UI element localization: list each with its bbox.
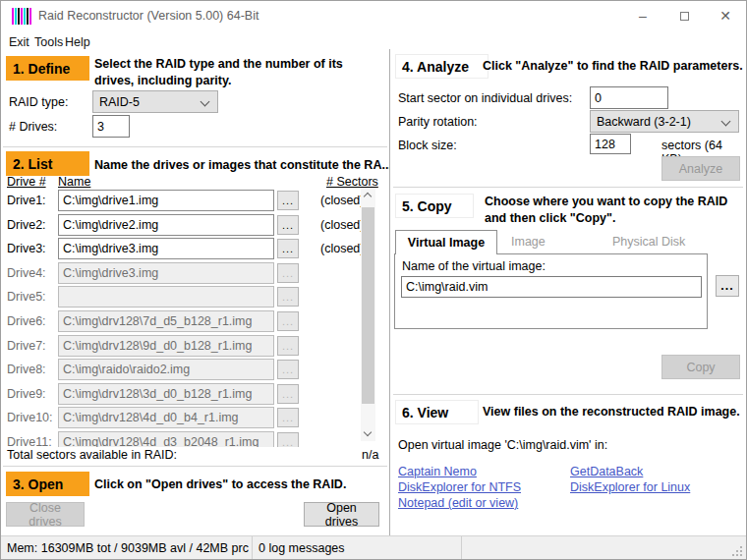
divider <box>3 466 387 467</box>
maximize-icon <box>680 12 689 21</box>
drive-row: Drive5: ... <box>1 286 387 308</box>
section-copy-header: 5. Copy <box>395 194 474 218</box>
browse-button[interactable]: ... <box>277 263 299 283</box>
parity-rotation-label: Parity rotation: <box>398 115 478 129</box>
analyze-description: Click "Analyze" to find the RAID paramet… <box>483 58 746 75</box>
drive-label: Drive3: <box>7 242 46 255</box>
block-size-label: Block size: <box>398 139 457 152</box>
drive-row: Drive9: C:\img\drv128\3d_d0_b128_r1.img … <box>1 383 387 406</box>
drive-row: Drive1: C:\img\drive1.img ... (closed) <box>1 190 387 212</box>
section-define-header: 1. Define <box>6 56 89 81</box>
drive-status: (closed) <box>320 194 364 207</box>
drive-path-input[interactable]: C:\img\drv128\9d_d0_b128_r1.img <box>58 335 274 357</box>
drive-label: Drive11: <box>7 435 52 447</box>
drive-row: Drive10: C:\img\drv128\4d_d0_b4_r1.img .… <box>1 407 387 429</box>
drive-label: Drive8: <box>7 363 46 376</box>
browse-button[interactable]: ... <box>277 191 299 210</box>
section-analyze-header: 4. Analyze <box>395 54 488 79</box>
drive-path-input[interactable]: C:\img\drive1.img <box>58 190 274 211</box>
browse-button[interactable]: ... <box>277 215 299 235</box>
drive-label: Drive7: <box>7 339 46 353</box>
browse-button[interactable]: ... <box>277 287 299 307</box>
drive-label: Drive5: <box>7 290 46 304</box>
open-description: Click on "Open drives" to access the RAI… <box>94 476 389 493</box>
browse-button[interactable]: ... <box>277 239 299 258</box>
parity-rotation-value: Backward (3-2-1) <box>597 115 691 129</box>
drive-list-scrollbar[interactable] <box>361 188 375 441</box>
app-logo-icon <box>12 8 31 25</box>
minimize-button[interactable]: – <box>622 1 663 30</box>
drive-path-input[interactable]: C:\img\drv128\7d_d5_b128_r1.img <box>58 310 274 332</box>
drive-path-input[interactable]: C:\img\drive2.img <box>58 214 274 236</box>
close-drives-button[interactable]: Close drives <box>6 502 85 527</box>
browse-button[interactable]: ... <box>277 384 299 404</box>
drive-label: Drive10: <box>7 411 53 424</box>
link-notepad[interactable]: Notepad (edit or view) <box>398 496 518 510</box>
drive-path-input[interactable]: C:\img\drv128\4d_d3_b2048_r1.img <box>58 431 274 447</box>
open-drives-button[interactable]: Open drives <box>304 502 379 527</box>
start-sector-input[interactable]: 0 <box>590 86 668 109</box>
link-diskexplorer-linux[interactable]: DiskExplorer for Linux <box>570 480 690 494</box>
total-sectors-value: n/a <box>362 448 378 462</box>
link-captain-nemo[interactable]: Captain Nemo <box>398 465 477 478</box>
drive-path-input[interactable]: C:\img\drv128\4d_d0_b4_r1.img <box>58 407 274 428</box>
menu-exit[interactable]: Exit <box>5 33 33 51</box>
drive-row: Drive11: C:\img\drv128\4d_d3_b2048_r1.im… <box>1 431 387 447</box>
drive-status: (closed) <box>320 242 364 255</box>
drive-row: Drive8: C:\img\raido\raido2.img ... <box>1 359 387 381</box>
drive-path-input[interactable]: C:\img\drive3.img <box>58 262 274 284</box>
browse-button[interactable]: ... <box>277 408 299 427</box>
status-bar: Mem: 16309MB tot / 9039MB avl / 42MB prc… <box>1 535 746 560</box>
drive-label: Drive2: <box>7 218 46 232</box>
drive-path-input[interactable]: C:\img\drive3.img <box>58 238 274 259</box>
copy-button[interactable]: Copy <box>661 355 740 379</box>
browse-button[interactable]: ... <box>277 336 299 356</box>
scroll-up-icon[interactable] <box>364 193 372 200</box>
parity-rotation-select[interactable]: Backward (3-2-1) <box>590 110 739 133</box>
divider <box>3 146 387 147</box>
tab-image[interactable]: Image <box>511 235 546 249</box>
block-size-input[interactable]: 128 <box>590 134 631 154</box>
menu-help[interactable]: Help <box>61 33 94 51</box>
scrollbar-thumb[interactable] <box>362 207 374 404</box>
drive-rows: Drive1: C:\img\drive1.img ... (closed) D… <box>1 186 387 447</box>
drive-row: Drive4: C:\img\drive3.img ... <box>1 262 387 285</box>
drive-row: Drive7: C:\img\drv128\9d_d0_b128_r1.img … <box>1 335 387 358</box>
raid-type-select[interactable]: RAID-5 <box>92 90 218 113</box>
maximize-button[interactable] <box>663 1 705 30</box>
drive-path-input[interactable] <box>58 286 274 308</box>
browse-button[interactable]: ... <box>277 432 299 447</box>
link-diskexplorer-ntfs[interactable]: DiskExplorer for NTFS <box>398 480 521 494</box>
title-bar[interactable]: Raid Reconstructor (Version 5.00) 64-Bit… <box>1 1 746 31</box>
copy-description: Choose where you want to copy the RAID a… <box>485 194 746 227</box>
drive-path-input[interactable]: C:\img\drv128\3d_d0_b128_r1.img <box>58 383 274 405</box>
resize-grip-icon[interactable] <box>740 554 742 556</box>
column-divider <box>389 49 390 535</box>
app-window: Raid Reconstructor (Version 5.00) 64-Bit… <box>0 0 747 560</box>
num-drives-input[interactable]: 3 <box>92 115 130 138</box>
close-button[interactable]: ✕ <box>705 1 746 30</box>
virtual-image-tab-panel: Name of the virtual image: C:\img\raid.v… <box>394 253 708 329</box>
browse-button[interactable]: ... <box>277 311 299 331</box>
divider <box>393 394 743 395</box>
num-drives-label: # Drives: <box>9 120 57 134</box>
tab-virtual-image[interactable]: Virtual Image <box>395 230 497 254</box>
drive-path-input[interactable]: C:\img\raido\raido2.img <box>58 359 274 380</box>
virtual-image-browse-button[interactable]: ... <box>716 275 739 297</box>
drive-label: Drive4: <box>7 266 46 280</box>
start-sector-label: Start sector on individual drives: <box>398 91 572 105</box>
drive-label: Drive6: <box>7 314 46 328</box>
virtual-image-name-input[interactable]: C:\img\raid.vim <box>401 276 702 298</box>
scroll-down-icon[interactable] <box>364 428 372 436</box>
link-getdataback[interactable]: GetDataBack <box>570 465 643 478</box>
drive-row: Drive3: C:\img\drive3.img ... (closed) <box>1 238 387 260</box>
total-sectors-label: Total sectors available in RAID: <box>7 448 177 462</box>
status-memory: Mem: 16309MB tot / 9039MB avl / 42MB prc <box>1 536 253 560</box>
section-view-header: 6. View <box>395 400 479 424</box>
list-description: Name the drives or images that constitut… <box>94 157 389 174</box>
drive-label: Drive1: <box>7 194 46 207</box>
browse-button[interactable]: ... <box>277 360 299 379</box>
analyze-button[interactable]: Analyze <box>661 156 740 181</box>
tab-physical-disk[interactable]: Physical Disk <box>612 235 685 249</box>
section-list-header: 2. List <box>6 151 89 176</box>
